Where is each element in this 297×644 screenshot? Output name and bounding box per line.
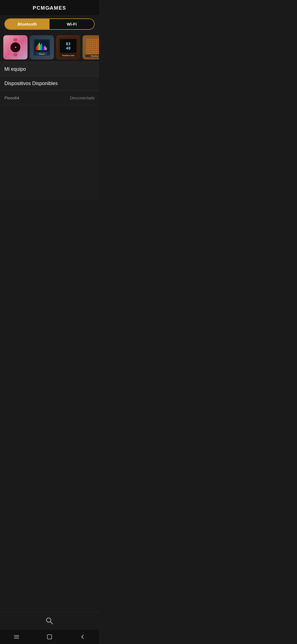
product-card-timebox-mini[interactable]: 03 : 40 Timebox-miní — [56, 35, 80, 59]
svg-rect-31 — [94, 39, 95, 40]
svg-rect-45 — [90, 43, 92, 44]
svg-text:❤: ❤ — [15, 46, 16, 49]
svg-rect-59 — [86, 47, 88, 48]
svg-rect-28 — [88, 39, 90, 40]
product-carousel: ❤ — [0, 33, 99, 62]
svg-rect-27 — [86, 39, 88, 40]
svg-rect-52 — [88, 45, 90, 46]
svg-rect-56 — [96, 45, 97, 46]
svg-rect-29 — [90, 39, 92, 40]
svg-rect-68 — [88, 49, 90, 50]
svg-rect-64 — [96, 47, 97, 48]
svg-text:Pixoo: Pixoo — [39, 53, 44, 55]
svg-rect-78 — [92, 51, 94, 52]
svg-rect-61 — [90, 47, 92, 48]
svg-rect-32 — [96, 39, 97, 40]
device-status: Desconectado — [70, 96, 95, 100]
svg-rect-38 — [92, 41, 94, 42]
wifi-tab[interactable]: Wi-Fi — [50, 19, 94, 29]
svg-rect-54 — [92, 45, 94, 46]
svg-rect-55 — [94, 45, 95, 46]
svg-rect-46 — [92, 43, 94, 44]
svg-rect-7 — [36, 47, 37, 50]
device-name: Pixoo64 — [4, 95, 19, 100]
svg-rect-3 — [13, 38, 17, 42]
svg-rect-36 — [88, 41, 90, 42]
svg-rect-15 — [45, 46, 45, 50]
svg-rect-49 — [98, 43, 99, 44]
svg-rect-33 — [98, 39, 99, 40]
svg-rect-47 — [94, 43, 95, 44]
svg-rect-76 — [88, 51, 90, 52]
svg-rect-69 — [90, 49, 92, 50]
svg-rect-43 — [86, 43, 88, 44]
product-card-timebox[interactable]: Timebox — [82, 35, 99, 59]
svg-rect-12 — [41, 43, 42, 50]
svg-rect-9 — [38, 44, 39, 50]
svg-rect-81 — [98, 51, 99, 52]
svg-rect-4 — [13, 53, 17, 56]
svg-rect-79 — [94, 51, 95, 52]
svg-rect-83 — [86, 53, 88, 54]
device-item-pixoo64[interactable]: Pixoo64 Desconectado — [0, 91, 99, 105]
svg-rect-88 — [96, 53, 97, 54]
bluetooth-tab[interactable]: Bluetooth — [5, 19, 50, 29]
svg-rect-16 — [46, 47, 46, 50]
svg-rect-70 — [92, 49, 94, 50]
svg-rect-86 — [92, 53, 94, 54]
svg-text:Timebox-miní: Timebox-miní — [62, 54, 75, 56]
svg-rect-39 — [94, 41, 95, 42]
svg-text:40: 40 — [66, 46, 71, 50]
svg-rect-40 — [96, 41, 97, 42]
svg-rect-51 — [86, 45, 88, 46]
svg-rect-77 — [90, 51, 92, 52]
svg-rect-10 — [39, 43, 40, 50]
svg-rect-13 — [42, 45, 43, 50]
svg-rect-80 — [96, 51, 97, 52]
svg-rect-71 — [94, 49, 95, 50]
svg-rect-72 — [96, 49, 97, 50]
product-card-watch[interactable]: ❤ — [3, 35, 28, 59]
svg-rect-14 — [43, 47, 44, 50]
svg-rect-41 — [98, 41, 99, 42]
device-list: Pixoo64 Desconectado — [0, 91, 99, 201]
svg-rect-67 — [86, 49, 88, 50]
svg-rect-30 — [92, 39, 94, 40]
svg-text:Timebox: Timebox — [91, 55, 99, 57]
svg-rect-48 — [96, 43, 97, 44]
svg-rect-89 — [98, 53, 99, 54]
svg-rect-37 — [90, 41, 92, 42]
svg-rect-84 — [88, 53, 90, 54]
svg-rect-75 — [86, 51, 88, 52]
my-team-section-header: Mi equipo — [0, 62, 99, 76]
svg-rect-65 — [98, 47, 99, 48]
svg-rect-87 — [94, 53, 95, 54]
app-title: PCMGAMES — [33, 5, 66, 11]
svg-rect-35 — [86, 41, 88, 42]
svg-rect-62 — [92, 47, 94, 48]
svg-rect-85 — [90, 53, 92, 54]
svg-rect-8 — [37, 45, 38, 50]
svg-rect-57 — [98, 45, 99, 46]
svg-rect-11 — [40, 45, 41, 50]
app-header: ‹ PCMGAMES — [0, 0, 99, 15]
available-devices-section-header: Dispositivos Disponibles — [0, 76, 99, 91]
tab-toggle: Bluetooth Wi-Fi — [4, 18, 95, 30]
product-card-pixoo[interactable]: Pixoo — [30, 35, 54, 59]
svg-rect-44 — [88, 43, 90, 44]
svg-rect-73 — [98, 49, 99, 50]
svg-rect-53 — [90, 45, 92, 46]
svg-rect-60 — [88, 47, 90, 48]
svg-rect-63 — [94, 47, 95, 48]
